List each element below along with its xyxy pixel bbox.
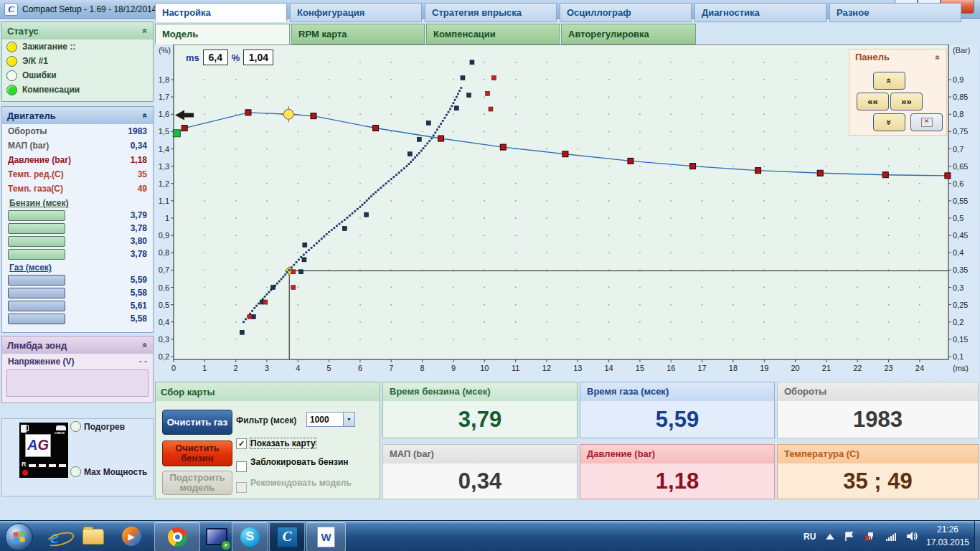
dropdown-arrow-icon[interactable]: ▼	[343, 413, 354, 426]
status-led-icon	[6, 42, 17, 52]
engine-header[interactable]: Двигатель «	[2, 107, 153, 124]
svg-text:21: 21	[822, 364, 831, 372]
show-desktop-button[interactable]	[974, 521, 980, 551]
collapse-icon: «	[933, 55, 943, 60]
tile-value: 5,59	[580, 401, 774, 438]
save-map-button[interactable]	[910, 113, 943, 131]
chevron-down-icon: »	[884, 120, 895, 125]
value-tile: Давление (bar)1,18	[580, 444, 775, 499]
value-tile: Время газа (мсек)5,59	[580, 382, 775, 438]
svg-text:(ms): (ms)	[953, 364, 969, 372]
svg-text:(%): (%)	[159, 46, 171, 55]
injector-bar	[8, 288, 65, 298]
svg-text:11: 11	[512, 364, 519, 372]
ag-display-panel: AG R Подогрев Max Мощность	[1, 418, 154, 496]
injector-bar	[8, 275, 65, 286]
svg-text:0,8: 0,8	[953, 110, 963, 118]
model-point	[562, 151, 568, 157]
show-map-checkbox[interactable]: ✓ Показать карту	[236, 438, 316, 449]
network-disconnected-icon[interactable]	[864, 532, 876, 542]
lock-petrol-checkbox[interactable]: Заблокировать бензин	[236, 457, 362, 472]
status-header[interactable]: Статус «	[2, 22, 153, 39]
fit-model-button[interactable]: Подстроить модель	[162, 471, 232, 495]
move-right-button[interactable]: »»	[890, 93, 923, 110]
signal-strength-icon[interactable]	[886, 532, 897, 541]
action-center-flag-icon[interactable]	[844, 532, 854, 542]
filter-select[interactable]: 1000 ▼	[306, 412, 355, 427]
tab-injection-strategy[interactable]: Стратегия впрыска	[425, 3, 557, 22]
engine-row: Давление (bar)1,18	[2, 153, 153, 167]
move-down-button[interactable]: »	[873, 113, 905, 131]
ag-switch-display: AG R	[19, 423, 68, 478]
value-tile: МАП (bar)0,34	[382, 444, 578, 499]
model-point	[182, 126, 187, 131]
map-collection-header: Сбор карты	[156, 382, 380, 401]
svg-text:(Bar): (Bar)	[953, 46, 970, 55]
subtab-model[interactable]: Модель	[155, 24, 290, 44]
folder-icon	[83, 529, 104, 545]
heater-led-icon	[70, 421, 81, 432]
model-point	[311, 113, 316, 119]
fuel-pump-icon	[21, 425, 27, 433]
tab-settings[interactable]: Настройка	[155, 3, 287, 22]
compact-setup-icon: C	[277, 527, 298, 547]
tray-expand-icon[interactable]	[826, 534, 834, 540]
taskbar-mediaplayer-button[interactable]: ▶	[117, 522, 146, 550]
model-point	[817, 170, 823, 176]
taskbar-compact-setup-button[interactable]: C	[269, 522, 305, 551]
status-item-label: Ошибки	[22, 70, 57, 80]
move-left-button[interactable]: ««	[857, 93, 889, 110]
percent-input[interactable]: 1,04	[243, 50, 273, 65]
subtab-rpm-map[interactable]: RPM карта	[291, 24, 425, 44]
taskbar-ie-button[interactable]: e	[40, 522, 69, 550]
svg-text:1,5: 1,5	[159, 127, 169, 136]
ms-input[interactable]: 6,4	[203, 50, 228, 65]
volume-icon[interactable]	[907, 532, 918, 541]
engine-row-label: Темп. газа(C)	[8, 184, 63, 194]
reserve-label: R	[22, 461, 27, 468]
lambda-header[interactable]: Лямбда зонд «	[2, 336, 153, 354]
tab-diagnostics[interactable]: Диагностика	[694, 3, 826, 22]
injector-bar	[8, 314, 65, 324]
svg-text:0,1: 0,1	[953, 352, 963, 361]
injector-time-value: 3,78	[131, 223, 147, 233]
checkbox-checked-icon[interactable]: ✓	[236, 438, 247, 449]
checkbox-unchecked-icon[interactable]	[236, 461, 247, 472]
internet-explorer-icon: e	[50, 527, 59, 547]
save-icon	[921, 118, 933, 127]
clear-gas-button[interactable]: Очистить газ	[162, 410, 232, 435]
tab-oscilloscope[interactable]: Осциллограф	[560, 3, 692, 22]
svg-text:0,4: 0,4	[159, 318, 169, 326]
engine-row-label: Темп. ред.(C)	[8, 169, 64, 179]
clear-petrol-button[interactable]: Очистить бензин	[162, 441, 232, 466]
model-chart-area: (%)(Bar)0,20,30,40,50,60,70,80,911,11,21…	[155, 44, 979, 382]
check-engine-icon	[56, 425, 66, 430]
svg-text:3: 3	[265, 364, 269, 372]
subtab-compensations[interactable]: Компенсации	[426, 24, 560, 44]
taskbar-word-button[interactable]: W	[306, 522, 346, 551]
svg-text:0,7: 0,7	[159, 265, 169, 274]
taskbar-chrome-button[interactable]	[154, 522, 200, 551]
tab-misc[interactable]: Разное	[829, 3, 961, 22]
svg-text:13: 13	[573, 364, 582, 372]
taskbar-remote-button[interactable]	[202, 522, 232, 550]
start-button[interactable]	[5, 523, 33, 551]
language-indicator[interactable]: RU	[804, 532, 816, 542]
move-up-button[interactable]: «	[873, 72, 905, 90]
svg-text:1,7: 1,7	[159, 93, 169, 101]
tab-configuration[interactable]: Конфигурация	[290, 3, 422, 22]
injector-time-value: 5,58	[131, 288, 147, 298]
taskbar-explorer-button[interactable]	[79, 522, 108, 550]
engine-row-label: МАП (bar)	[8, 141, 49, 151]
tile-label: Температура (C)	[778, 445, 978, 463]
engine-row: Темп. ред.(C)35	[2, 167, 153, 182]
model-point	[628, 158, 633, 164]
taskbar-clock[interactable]: 21:26 17.03.2015	[921, 523, 974, 549]
level-bar	[29, 464, 36, 467]
svg-text:0,2: 0,2	[953, 318, 963, 326]
taskbar-skype-button[interactable]: S	[232, 522, 268, 551]
subtab-autoregulation[interactable]: Авторегулировка	[561, 24, 696, 44]
percent-label: %	[232, 52, 240, 63]
svg-text:0,4: 0,4	[953, 248, 963, 257]
filter-value: 1000	[310, 415, 329, 425]
